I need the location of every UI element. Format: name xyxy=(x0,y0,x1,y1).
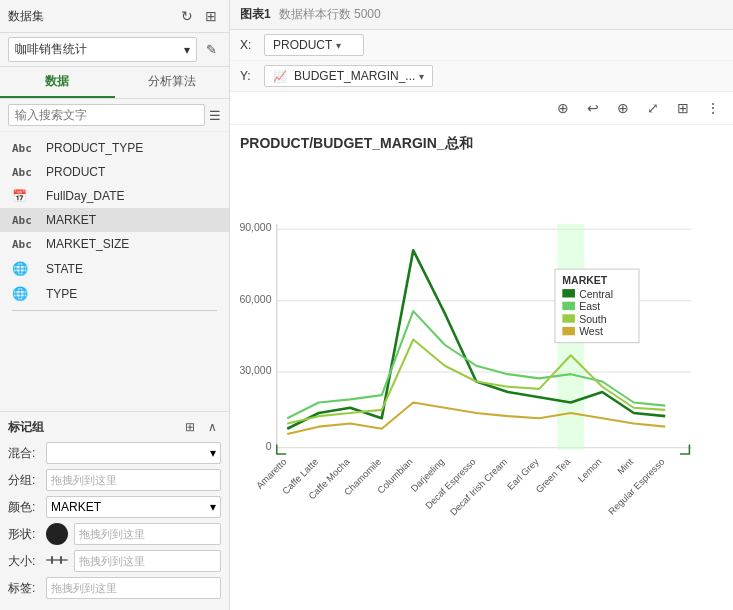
tab-data[interactable]: 数据 xyxy=(0,67,115,98)
mix-select[interactable]: ▾ xyxy=(46,442,221,464)
field-item-fullday-date[interactable]: 📅 FullDay_DATE xyxy=(0,184,229,208)
search-input[interactable] xyxy=(8,104,205,126)
tab-analysis[interactable]: 分析算法 xyxy=(115,67,230,98)
y-axis-select[interactable]: 📈 BUDGET_MARGIN_... ▾ xyxy=(264,65,433,87)
left-panel: 数据集 ↻ ⊞ 咖啡销售统计 ▾ ✎ 数据 分析算法 ☰ Abc PRODUCT… xyxy=(0,0,230,610)
field-label-state: STATE xyxy=(46,262,83,276)
x-axis-row: X: PRODUCT ▾ xyxy=(230,30,733,61)
svg-rect-32 xyxy=(562,314,575,322)
connection-icon[interactable]: ⊞ xyxy=(201,6,221,26)
chart-subtitle: 数据样本行数 5000 xyxy=(279,6,381,23)
x-axis-select[interactable]: PRODUCT ▾ xyxy=(264,34,364,56)
svg-text:East: East xyxy=(579,300,600,312)
svg-text:0: 0 xyxy=(266,440,272,452)
svg-text:90,000: 90,000 xyxy=(240,221,272,233)
group-drop[interactable]: 拖拽列到这里 xyxy=(46,469,221,491)
cal-icon-fullday: 📅 xyxy=(12,189,40,203)
color-caret: ▾ xyxy=(210,500,216,514)
y-axis-label: Y: xyxy=(240,69,256,83)
svg-text:Central: Central xyxy=(579,288,613,300)
svg-text:South: South xyxy=(579,313,607,325)
svg-text:Lemon: Lemon xyxy=(575,456,603,484)
toolbar-table-icon[interactable]: ⊞ xyxy=(671,96,695,120)
chart-svg-container: 90,000 60,000 30,000 0 xyxy=(240,159,723,604)
chart-header: 图表1 数据样本行数 5000 xyxy=(230,0,733,30)
marks-icons: ⊞ ∧ xyxy=(181,418,221,436)
color-value: MARKET xyxy=(51,500,101,514)
field-label-market-size: MARKET_SIZE xyxy=(46,237,129,251)
marks-collapse-icon[interactable]: ∧ xyxy=(203,418,221,436)
dataset-selector: 咖啡销售统计 ▾ ✎ xyxy=(0,33,229,67)
data-tabs: 数据 分析算法 xyxy=(0,67,229,99)
toolbar-undo-icon[interactable]: ↩ xyxy=(581,96,605,120)
shape-label: 形状: xyxy=(8,526,40,543)
chart-toolbar: ⊕ ↩ ⊕ ⤢ ⊞ ⋮ xyxy=(230,92,733,125)
toolbar-zoom-icon[interactable]: ⊕ xyxy=(611,96,635,120)
field-item-market-size[interactable]: Abc MARKET_SIZE xyxy=(0,232,229,256)
marks-grid-icon[interactable]: ⊞ xyxy=(181,418,199,436)
dataset-label: 数据集 xyxy=(8,8,44,25)
right-panel: 图表1 数据样本行数 5000 X: PRODUCT ▾ Y: 📈 BUDGET… xyxy=(230,0,733,610)
y-axis-caret: ▾ xyxy=(419,71,424,82)
shape-icon xyxy=(46,523,68,545)
field-label-product: PRODUCT xyxy=(46,165,105,179)
marks-section: 标记组 ⊞ ∧ 混合: ▾ 分组: 拖拽列到这里 颜色: MARKET ▾ xyxy=(0,411,229,610)
svg-text:MARKET: MARKET xyxy=(562,274,607,286)
mark-row-group: 分组: 拖拽列到这里 xyxy=(8,469,221,491)
field-divider xyxy=(12,310,217,311)
svg-rect-1 xyxy=(51,556,53,564)
marks-header: 标记组 ⊞ ∧ xyxy=(8,418,221,436)
field-label-type: TYPE xyxy=(46,287,77,301)
field-label-fullday: FullDay_DATE xyxy=(46,189,124,203)
svg-text:Green Tea: Green Tea xyxy=(533,455,572,494)
chart-area: PRODUCT/BUDGET_MARGIN_总和 90,000 60,000 3… xyxy=(230,125,733,610)
y-axis-row: Y: 📈 BUDGET_MARGIN_... ▾ xyxy=(230,61,733,92)
globe-icon-type: 🌐 xyxy=(12,286,40,301)
size-drop[interactable]: 拖拽列到这里 xyxy=(74,550,221,572)
shape-placeholder: 拖拽列到这里 xyxy=(79,527,145,542)
svg-rect-0 xyxy=(46,559,68,561)
group-label: 分组: xyxy=(8,472,40,489)
svg-text:60,000: 60,000 xyxy=(240,293,272,305)
dataset-select[interactable]: 咖啡销售统计 ▾ xyxy=(8,37,197,62)
search-menu-icon[interactable]: ☰ xyxy=(209,108,221,123)
field-list: Abc PRODUCT_TYPE Abc PRODUCT 📅 FullDay_D… xyxy=(0,132,229,411)
svg-text:30,000: 30,000 xyxy=(240,364,272,376)
svg-text:Mint: Mint xyxy=(615,456,636,477)
dataset-name: 咖啡销售统计 xyxy=(15,41,87,58)
mix-label: 混合: xyxy=(8,445,40,462)
toolbar-more-icon[interactable]: ⋮ xyxy=(701,96,725,120)
color-select[interactable]: MARKET ▾ xyxy=(46,496,221,518)
x-axis-label: X: xyxy=(240,38,256,52)
field-label-market: MARKET xyxy=(46,213,96,227)
abc-icon-product-type: Abc xyxy=(12,142,40,155)
mix-caret: ▾ xyxy=(210,446,216,460)
toolbar-db-icon[interactable]: ⊕ xyxy=(551,96,575,120)
svg-rect-2 xyxy=(60,556,62,564)
abc-icon-market: Abc xyxy=(12,214,40,227)
globe-icon-state: 🌐 xyxy=(12,261,40,276)
toolbar-zoom-fit-icon[interactable]: ⤢ xyxy=(641,96,665,120)
field-item-product-type[interactable]: Abc PRODUCT_TYPE xyxy=(0,136,229,160)
shape-drop[interactable]: 拖拽列到这里 xyxy=(74,523,221,545)
y-axis-trend-icon: 📈 xyxy=(273,70,287,83)
tag-drop[interactable]: 拖拽列到这里 xyxy=(46,577,221,599)
y-axis-value: BUDGET_MARGIN_... xyxy=(294,69,415,83)
field-item-state[interactable]: 🌐 STATE xyxy=(0,256,229,281)
refresh-icon[interactable]: ↻ xyxy=(177,6,197,26)
mark-row-color: 颜色: MARKET ▾ xyxy=(8,496,221,518)
chart-svg: 90,000 60,000 30,000 0 xyxy=(240,159,723,604)
abc-icon-product: Abc xyxy=(12,166,40,179)
field-item-market[interactable]: Abc MARKET xyxy=(0,208,229,232)
svg-text:West: West xyxy=(579,325,603,337)
color-label: 颜色: xyxy=(8,499,40,516)
svg-rect-34 xyxy=(562,327,575,335)
mark-row-tag: 标签: 拖拽列到这里 xyxy=(8,577,221,599)
dataset-edit-icon[interactable]: ✎ xyxy=(201,40,221,60)
x-axis-value: PRODUCT xyxy=(273,38,332,52)
svg-rect-30 xyxy=(562,302,575,310)
mark-row-mix: 混合: ▾ xyxy=(8,442,221,464)
field-item-type[interactable]: 🌐 TYPE xyxy=(0,281,229,306)
field-item-product[interactable]: Abc PRODUCT xyxy=(0,160,229,184)
tag-placeholder: 拖拽列到这里 xyxy=(51,581,117,596)
